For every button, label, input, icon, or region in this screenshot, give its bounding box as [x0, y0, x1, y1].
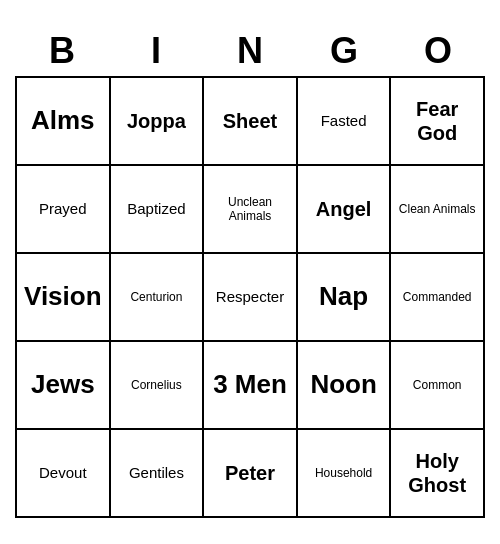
- bingo-cell-23: Household: [298, 430, 392, 518]
- bingo-cell-6: Baptized: [111, 166, 205, 254]
- bingo-cell-14: Commanded: [391, 254, 485, 342]
- bingo-cell-5: Prayed: [17, 166, 111, 254]
- bingo-cell-13: Nap: [298, 254, 392, 342]
- header-i: I: [109, 26, 203, 76]
- bingo-cell-7: Unclean Animals: [204, 166, 298, 254]
- bingo-cell-4: Fear God: [391, 78, 485, 166]
- bingo-cell-19: Common: [391, 342, 485, 430]
- bingo-cell-10: Vision: [17, 254, 111, 342]
- bingo-card: B I N G O AlmsJoppaSheetFastedFear GodPr…: [15, 26, 485, 518]
- bingo-cell-15: Jews: [17, 342, 111, 430]
- bingo-header: B I N G O: [15, 26, 485, 76]
- bingo-cell-17: 3 Men: [204, 342, 298, 430]
- bingo-cell-1: Joppa: [111, 78, 205, 166]
- bingo-cell-16: Cornelius: [111, 342, 205, 430]
- header-o: O: [391, 26, 485, 76]
- bingo-cell-24: Holy Ghost: [391, 430, 485, 518]
- bingo-cell-11: Centurion: [111, 254, 205, 342]
- bingo-cell-9: Clean Animals: [391, 166, 485, 254]
- bingo-cell-20: Devout: [17, 430, 111, 518]
- header-b: B: [15, 26, 109, 76]
- header-n: N: [203, 26, 297, 76]
- bingo-cell-18: Noon: [298, 342, 392, 430]
- bingo-cell-12: Respecter: [204, 254, 298, 342]
- bingo-cell-8: Angel: [298, 166, 392, 254]
- bingo-cell-22: Peter: [204, 430, 298, 518]
- bingo-cell-3: Fasted: [298, 78, 392, 166]
- bingo-cell-0: Alms: [17, 78, 111, 166]
- header-g: G: [297, 26, 391, 76]
- bingo-cell-2: Sheet: [204, 78, 298, 166]
- bingo-grid: AlmsJoppaSheetFastedFear GodPrayedBaptiz…: [15, 76, 485, 518]
- bingo-cell-21: Gentiles: [111, 430, 205, 518]
